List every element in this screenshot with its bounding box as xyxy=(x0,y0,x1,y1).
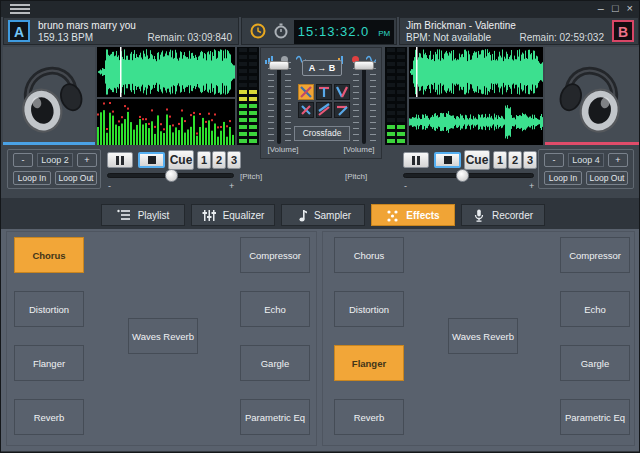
tab-equalizer[interactable]: Equalizer xyxy=(191,204,275,226)
clock-panel: 15:13:32.0 PM xyxy=(241,17,397,45)
deck-b-hotcue-1-button[interactable]: 1 xyxy=(493,151,507,169)
fx-a-distortion-button[interactable]: Distortion xyxy=(14,291,84,327)
tab-sampler-label: Sampler xyxy=(314,210,351,221)
deck-a-vu-meter xyxy=(237,47,259,145)
deck-b-header: Jim Brickman - Valentine BPM: Not availa… xyxy=(399,17,639,45)
deck-a-volume-label: [Volume] xyxy=(261,145,305,154)
deck-b-hotcue-3-button[interactable]: 3 xyxy=(523,151,537,169)
fx-b-reverb-button[interactable]: Reverb xyxy=(334,399,404,435)
pause-icon xyxy=(412,156,420,165)
deck-a-loop-in-button[interactable]: Loop In xyxy=(13,171,51,185)
fx-b-flanger-button[interactable]: Flanger xyxy=(334,345,404,381)
deck-a-pitch-minus: - xyxy=(108,181,111,191)
crossfade-curve-x2-button[interactable] xyxy=(298,102,314,118)
deck-b-stop-button[interactable] xyxy=(434,152,461,168)
fx-a-gargle-button[interactable]: Gargle xyxy=(240,345,310,381)
fx-a-reverb-button[interactable]: Reverb xyxy=(14,399,84,435)
deck-b-pitch-plus: + xyxy=(529,181,534,191)
deck-b-remain-time: Remain: 02:59:032 xyxy=(519,32,604,43)
crossfade-curve-x-button[interactable] xyxy=(298,84,314,100)
tab-sampler[interactable]: Sampler xyxy=(281,204,365,226)
fx-a-parametric-eq-button[interactable]: Parametric Eq xyxy=(240,399,310,435)
fx-b-echo-button[interactable]: Echo xyxy=(560,291,630,327)
deck-b-bpm: BPM: Not available xyxy=(406,32,491,43)
deck-a-volume-slider[interactable] xyxy=(277,62,281,144)
deck-a-hotcue-3-button[interactable]: 3 xyxy=(227,151,241,169)
crossfade-curve-rise-button[interactable] xyxy=(316,102,332,118)
deck-b-loop-out-button[interactable]: Loop Out xyxy=(586,171,628,185)
equalizer-icon xyxy=(202,209,216,222)
stop-icon xyxy=(444,156,452,164)
crossfade-curve-grid xyxy=(298,84,350,118)
deck-b-loop-in-button[interactable]: Loop In xyxy=(544,171,582,185)
menu-icon[interactable] xyxy=(10,4,30,14)
deck-a-pause-button[interactable] xyxy=(107,152,133,168)
maximize-button[interactable]: □ xyxy=(612,1,619,15)
tab-playlist-label: Playlist xyxy=(138,210,170,221)
deck-b-volume-handle[interactable] xyxy=(354,61,374,70)
auto-crossfade-a-to-b-button[interactable]: A → B xyxy=(302,60,342,76)
stopwatch-icon[interactable] xyxy=(273,23,289,39)
crossfade-label[interactable]: Crossfade xyxy=(294,126,350,141)
fx-a-chorus-button[interactable]: Chorus xyxy=(14,237,84,273)
title-bar: – □ × xyxy=(1,1,639,17)
fx-b-waves-reverb-button[interactable]: Waves Reverb xyxy=(448,318,518,354)
deck-b-waveform[interactable] xyxy=(409,47,543,97)
deck-a-bpm: 159.13 BPM xyxy=(38,32,93,43)
deck-a-loop-minus-button[interactable]: - xyxy=(13,153,33,167)
crossfade-curve-bend-button[interactable] xyxy=(334,102,350,118)
clock-icon[interactable] xyxy=(250,23,266,39)
deck-b-loop-minus-button[interactable]: - xyxy=(544,153,564,167)
fx-b-distortion-button[interactable]: Distortion xyxy=(334,291,404,327)
minimize-button[interactable]: – xyxy=(598,1,604,15)
deck-b-track-title: Jim Brickman - Valentine xyxy=(406,20,516,31)
fx-b-chorus-button[interactable]: Chorus xyxy=(334,237,404,273)
deck-a-pitch-handle[interactable] xyxy=(165,169,178,182)
fx-a-compressor-button[interactable]: Compressor xyxy=(240,237,310,273)
deck-a-stop-button[interactable] xyxy=(138,152,165,168)
deck-a-cue-button[interactable]: Cue xyxy=(168,150,194,170)
fx-a-flanger-button[interactable]: Flanger xyxy=(14,345,84,381)
stop-icon xyxy=(148,156,156,164)
deck-a-header: A bruno mars marry you 159.13 BPM Remain… xyxy=(3,17,239,45)
close-button[interactable]: × xyxy=(627,1,633,15)
deck-b-pitch-label: [Pitch] xyxy=(345,172,367,181)
tab-playlist[interactable]: Playlist xyxy=(101,204,185,226)
dj-app-window: – □ × A bruno mars marry you 159.13 BPM … xyxy=(0,0,640,453)
deck-b-loop-plus-button[interactable]: + xyxy=(608,153,628,167)
lcd-clock: 15:13:32.0 PM xyxy=(294,20,394,44)
fx-a-waves-reverb-button[interactable]: Waves Reverb xyxy=(128,318,198,354)
deck-a-pitch-plus: + xyxy=(229,181,234,191)
pause-icon xyxy=(116,156,124,165)
deck-a-volume-handle[interactable] xyxy=(269,61,289,70)
deck-a-loop-value: Loop 2 xyxy=(37,153,73,167)
deck-b-badge: B xyxy=(612,20,634,42)
fx-b-gargle-button[interactable]: Gargle xyxy=(560,345,630,381)
crossfade-curve-v-button[interactable] xyxy=(334,84,350,100)
microphone-icon xyxy=(473,209,485,222)
fx-b-compressor-button[interactable]: Compressor xyxy=(560,237,630,273)
deck-b-vu-meter xyxy=(385,47,407,145)
deck-b-pitch-handle[interactable] xyxy=(456,169,469,182)
deck-a-loop-out-button[interactable]: Loop Out xyxy=(55,171,97,185)
deck-a-remain-time: Remain: 03:09:840 xyxy=(147,32,232,43)
deck-b-pause-button[interactable] xyxy=(403,152,429,168)
deck-b-cue-button[interactable]: Cue xyxy=(464,150,490,170)
deck-b-volume-slider[interactable] xyxy=(362,62,366,144)
crossfade-curve-t-button[interactable] xyxy=(316,84,332,100)
tab-effects[interactable]: Effects xyxy=(371,204,455,226)
tab-recorder[interactable]: Recorder xyxy=(461,204,545,226)
playlist-icon xyxy=(117,209,131,221)
deck-a-hotcue-1-button[interactable]: 1 xyxy=(197,151,211,169)
fx-b-parametric-eq-button[interactable]: Parametric Eq xyxy=(560,399,630,435)
music-note-icon xyxy=(295,209,307,222)
deck-b-headphones-image xyxy=(545,47,639,145)
deck-a-loop-plus-button[interactable]: + xyxy=(77,153,97,167)
fx-a-echo-button[interactable]: Echo xyxy=(240,291,310,327)
tab-recorder-label: Recorder xyxy=(492,210,533,221)
mixer-panel: A → B Crossfade [Volume] [Volume] xyxy=(260,47,382,159)
deck-b-hotcue-2-button[interactable]: 2 xyxy=(508,151,522,169)
deck-a-hotcue-2-button[interactable]: 2 xyxy=(212,151,226,169)
deck-a-waveform[interactable] xyxy=(97,47,235,97)
tab-effects-label: Effects xyxy=(406,210,439,221)
